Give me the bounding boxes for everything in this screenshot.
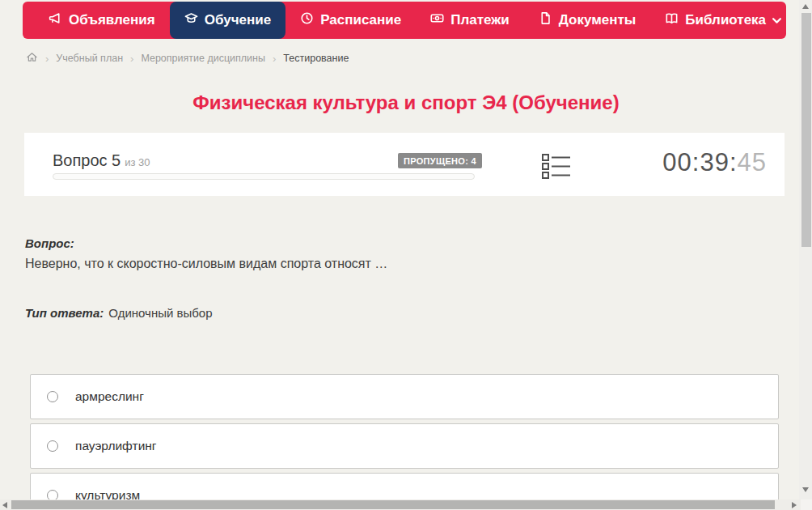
timer-hours-minutes: 00:39: xyxy=(662,148,737,176)
nav-item-label: Документы xyxy=(559,12,636,28)
breadcrumb-separator: › xyxy=(130,53,133,65)
breadcrumb-curriculum[interactable]: Учебный план xyxy=(56,53,123,64)
nav-item-label: Расписание xyxy=(320,12,401,28)
breadcrumb-testing-current: Тестирование xyxy=(283,53,349,64)
nav-item-announcements[interactable]: Объявления xyxy=(34,2,170,39)
nav-item-label: Библиотека xyxy=(685,12,766,28)
option-label: армреслинг xyxy=(75,389,144,404)
scroll-up-arrow[interactable] xyxy=(802,4,809,9)
skipped-badge: ПРОПУЩЕНО: 4 xyxy=(398,153,482,168)
main-navbar: Объявления Обучение Расписание Платежи Д… xyxy=(23,2,786,39)
document-icon xyxy=(539,11,552,29)
book-icon xyxy=(665,11,679,29)
horizontal-scrollbar[interactable] xyxy=(0,499,801,510)
breadcrumb-separator: › xyxy=(45,53,49,65)
question-list-icon[interactable] xyxy=(542,154,571,179)
option-label: пауэрлифтинг xyxy=(75,439,157,453)
question-header-card: Вопрос 5из 30 ПРОПУЩЕНО: 4 00:39:45 xyxy=(24,133,785,196)
progress-bar xyxy=(53,173,475,180)
question-prompt-text: Неверно, что к скоростно-силовым видам с… xyxy=(25,257,387,271)
nav-item-schedule[interactable]: Расписание xyxy=(285,2,416,39)
nav-item-learning[interactable]: Обучение xyxy=(170,2,285,39)
graduation-cap-icon xyxy=(184,11,198,29)
vertical-scrollbar-thumb[interactable] xyxy=(801,13,811,247)
nav-item-label: Объявления xyxy=(69,12,155,28)
clock-icon xyxy=(300,11,314,29)
nav-item-documents[interactable]: Документы xyxy=(524,2,651,39)
timer-seconds: 45 xyxy=(738,148,767,176)
vertical-scrollbar[interactable] xyxy=(799,0,812,499)
breadcrumb: › Учебный план › Мероприятие дисциплины … xyxy=(26,51,349,66)
scroll-right-arrow[interactable] xyxy=(792,502,797,508)
scroll-left-arrow[interactable] xyxy=(2,502,7,508)
question-number-label: Вопрос 5 xyxy=(53,151,121,169)
answer-option-armwrestling[interactable]: армреслинг xyxy=(30,374,779,419)
answer-type: Тип ответа:Одиночный выбор xyxy=(25,306,213,320)
chevron-down-icon xyxy=(772,12,781,28)
answer-type-value: Одиночный выбор xyxy=(108,306,212,320)
nav-item-label: Обучение xyxy=(205,12,271,28)
radio-button[interactable] xyxy=(47,391,58,402)
question-number: Вопрос 5из 30 xyxy=(53,151,150,170)
answer-type-label: Тип ответа: xyxy=(25,306,104,320)
breadcrumb-discipline-event[interactable]: Мероприятие дисциплины xyxy=(141,53,265,64)
question-prompt-label: Вопрос: xyxy=(25,236,74,250)
nav-item-library[interactable]: Библиотека xyxy=(650,2,796,39)
home-icon[interactable] xyxy=(26,51,38,66)
breadcrumb-separator: › xyxy=(273,53,276,65)
scrollbar-corner xyxy=(801,499,812,510)
scroll-down-arrow[interactable] xyxy=(802,487,809,492)
answer-option-powerlifting[interactable]: пауэрлифтинг xyxy=(30,423,779,469)
radio-button[interactable] xyxy=(47,440,58,452)
timer: 00:39:45 xyxy=(662,148,767,177)
horizontal-scrollbar-thumb[interactable] xyxy=(11,500,775,509)
answer-options: армреслинг пауэрлифтинг культуризм xyxy=(30,374,779,510)
nav-item-label: Платежи xyxy=(450,12,510,28)
payment-icon xyxy=(430,11,444,29)
megaphone-icon xyxy=(49,11,62,29)
page-title: Физическая культура и спорт Э4 (Обучение… xyxy=(0,91,812,114)
nav-item-payments[interactable]: Платежи xyxy=(416,2,524,39)
question-total-label: из 30 xyxy=(125,156,150,168)
